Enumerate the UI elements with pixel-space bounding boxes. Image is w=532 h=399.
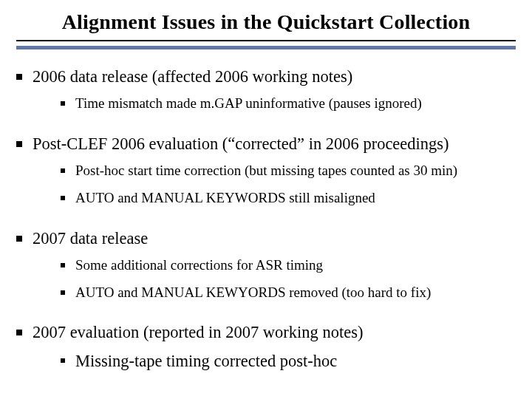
sub-list-item: AUTO and MANUAL KEWYORDS removed (too ha… bbox=[61, 283, 516, 303]
bullet-icon bbox=[16, 330, 22, 335]
list-item-body: Post-CLEF 2006 evaluation (“corrected” i… bbox=[33, 133, 516, 222]
title-underline bbox=[16, 46, 516, 50]
bullet-icon bbox=[61, 101, 65, 106]
list-item-body: 2007 data release Some additional correc… bbox=[33, 228, 516, 316]
sub-list-item: Post-hoc start time correction (but miss… bbox=[61, 161, 516, 181]
bullet-icon bbox=[16, 236, 22, 242]
sub-list-item-text: Missing-tape timing corrected post-hoc bbox=[75, 349, 337, 373]
bullet-icon bbox=[61, 358, 65, 363]
sub-list-item: Missing-tape timing corrected post-hoc bbox=[61, 349, 516, 373]
bullet-icon bbox=[61, 168, 65, 173]
sub-list-item: AUTO and MANUAL KEYWORDS still misaligne… bbox=[61, 188, 516, 208]
sub-list: Missing-tape timing corrected post-hoc bbox=[61, 349, 516, 373]
bullet-icon bbox=[61, 290, 65, 295]
list-item-body: 2006 data release (affected 2006 working… bbox=[33, 66, 516, 127]
slide: Alignment Issues in the Quickstart Colle… bbox=[0, 0, 532, 399]
sub-list-item: Time mismatch made m.GAP uninformative (… bbox=[61, 94, 516, 114]
slide-title: Alignment Issues in the Quickstart Colle… bbox=[16, 10, 516, 41]
bullet-list: 2006 data release (affected 2006 working… bbox=[16, 66, 516, 373]
sub-list: Time mismatch made m.GAP uninformative (… bbox=[61, 94, 516, 114]
list-item-text: Post-CLEF 2006 evaluation (“corrected” i… bbox=[33, 133, 516, 155]
list-item: 2007 evaluation (reported in 2007 workin… bbox=[16, 321, 516, 373]
list-item-text: 2007 data release bbox=[33, 228, 516, 250]
bullet-icon bbox=[61, 196, 65, 200]
sub-list-item: Some additional corrections for ASR timi… bbox=[61, 256, 516, 276]
list-item: 2006 data release (affected 2006 working… bbox=[16, 66, 516, 127]
list-item: Post-CLEF 2006 evaluation (“corrected” i… bbox=[16, 133, 516, 222]
list-item-body: 2007 evaluation (reported in 2007 workin… bbox=[33, 321, 516, 373]
sub-list: Some additional corrections for ASR timi… bbox=[61, 256, 516, 302]
list-item: 2007 data release Some additional correc… bbox=[16, 228, 516, 316]
sub-list-item-text: Time mismatch made m.GAP uninformative (… bbox=[75, 94, 422, 114]
bullet-icon bbox=[16, 74, 22, 80]
sub-list-item-text: AUTO and MANUAL KEWYORDS removed (too ha… bbox=[75, 283, 431, 303]
sub-list: Post-hoc start time correction (but miss… bbox=[61, 161, 516, 208]
sub-list-item-text: AUTO and MANUAL KEYWORDS still misaligne… bbox=[75, 188, 375, 208]
list-item-text: 2007 evaluation (reported in 2007 workin… bbox=[33, 321, 516, 344]
bullet-icon bbox=[61, 263, 65, 267]
sub-list-item-text: Post-hoc start time correction (but miss… bbox=[75, 161, 457, 181]
bullet-icon bbox=[16, 141, 22, 147]
list-item-text: 2006 data release (affected 2006 working… bbox=[33, 66, 516, 88]
sub-list-item-text: Some additional corrections for ASR timi… bbox=[75, 256, 323, 276]
